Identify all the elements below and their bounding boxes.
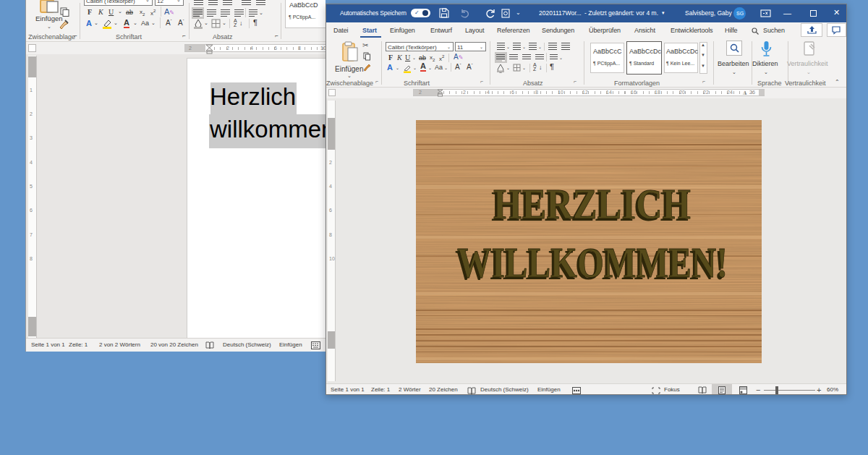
svg-text:HERZLICH: HERZLICH [493, 180, 691, 228]
svg-text:WILLKOMMEN!: WILLKOMMEN! [457, 239, 728, 286]
